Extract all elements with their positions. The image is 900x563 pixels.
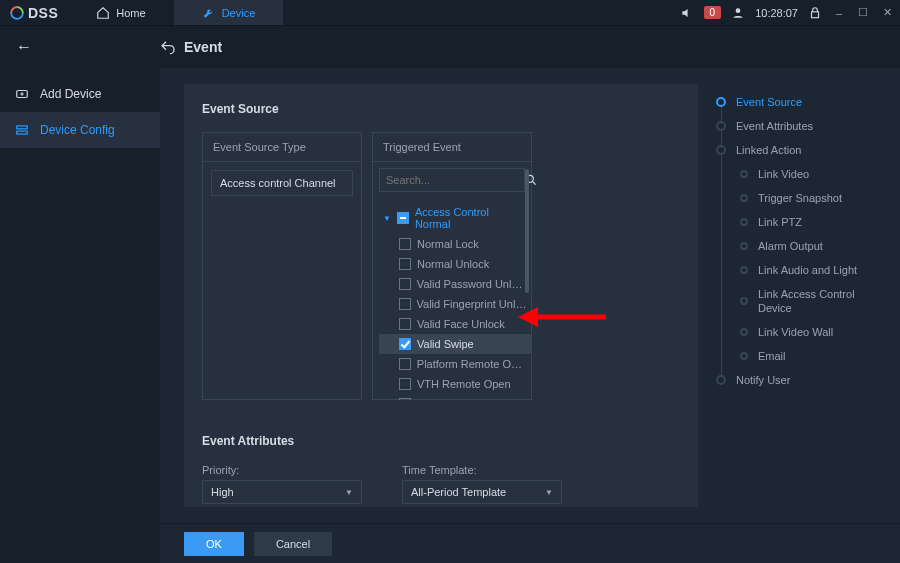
event-item-label: VTS Remote Open	[417, 398, 510, 400]
event-item[interactable]: Valid Swipe	[379, 334, 531, 354]
event-group[interactable]: ▼ Access Control Normal	[379, 202, 531, 234]
event-item-label: Valid Swipe	[417, 338, 474, 350]
anchor-item[interactable]: Link Audio and Light	[716, 258, 876, 282]
anchor-item[interactable]: Event Attributes	[716, 114, 876, 138]
event-scrollbar[interactable]	[525, 169, 529, 395]
main-panel: Event Source Event Source Type Access co…	[184, 84, 698, 507]
close-button[interactable]: ✕	[880, 6, 894, 19]
event-search[interactable]	[379, 168, 525, 192]
undo-icon[interactable]	[160, 39, 176, 55]
content: Event Source Event Source Type Access co…	[160, 68, 900, 563]
tab-device-label: Device	[222, 7, 256, 19]
anchor-item[interactable]: Link PTZ	[716, 210, 876, 234]
anchor-label: Event Attributes	[736, 119, 813, 133]
template-value: All-Period Template	[411, 486, 506, 498]
event-item[interactable]: VTS Remote Open	[379, 394, 531, 400]
priority-select[interactable]: High ▼	[202, 480, 362, 504]
event-item[interactable]: Valid Password Unlock	[379, 274, 531, 294]
back-button[interactable]: ←	[16, 38, 32, 56]
wrench-icon	[202, 6, 216, 20]
lock-icon[interactable]	[808, 6, 822, 20]
event-item-label: Valid Fingerprint Unlock	[417, 298, 527, 310]
event-item-label: VTH Remote Open	[417, 378, 511, 390]
svg-point-1	[736, 8, 741, 13]
alarm-badge[interactable]: 0	[704, 6, 722, 19]
event-item[interactable]: Valid Fingerprint Unlock	[379, 294, 531, 314]
event-checkbox[interactable]	[399, 338, 411, 350]
event-checkbox[interactable]	[399, 238, 411, 250]
event-checkbox[interactable]	[399, 358, 411, 370]
logo-mark-icon	[10, 6, 24, 20]
footer: OK Cancel	[160, 523, 900, 563]
anchor-item[interactable]: Link Video Wall	[716, 320, 876, 344]
event-item[interactable]: Valid Face Unlock	[379, 314, 531, 334]
event-checkbox[interactable]	[399, 258, 411, 270]
device-config-icon	[14, 122, 30, 138]
app-name: DSS	[28, 5, 58, 21]
svg-rect-2	[812, 11, 819, 17]
event-checkbox[interactable]	[399, 298, 411, 310]
anchor-item[interactable]: Notify User	[716, 368, 876, 392]
anchor-label: Link Access Control Device	[758, 287, 876, 315]
event-item[interactable]: Normal Unlock	[379, 254, 531, 274]
anchor-label: Link PTZ	[758, 215, 802, 229]
priority-label: Priority:	[202, 464, 362, 476]
anchor-label: Link Video Wall	[758, 325, 833, 339]
anchor-label: Link Audio and Light	[758, 263, 857, 277]
event-checkbox[interactable]	[399, 378, 411, 390]
app-logo: DSS	[0, 5, 68, 21]
event-item[interactable]: Platform Remote Open	[379, 354, 531, 374]
event-tree: ▼ Access Control Normal Normal LockNorma…	[373, 198, 531, 400]
svg-rect-5	[17, 131, 28, 134]
event-checkbox[interactable]	[399, 318, 411, 330]
anchor-label: Linked Action	[736, 143, 801, 157]
event-item[interactable]: VTH Remote Open	[379, 374, 531, 394]
anchor-item[interactable]: Trigger Snapshot	[716, 186, 876, 210]
anchor-item[interactable]: Link Video	[716, 162, 876, 186]
template-label: Time Template:	[402, 464, 562, 476]
ok-button[interactable]: OK	[184, 532, 244, 556]
page-header: ← Event	[0, 26, 900, 68]
event-source-type-header: Event Source Type	[203, 133, 361, 162]
event-source-type-value[interactable]: Access control Channel	[211, 170, 353, 196]
anchor-label: Email	[758, 349, 786, 363]
sidebar: Add Device Device Config	[0, 68, 160, 563]
user-icon[interactable]	[731, 6, 745, 20]
group-checkbox[interactable]	[397, 212, 409, 224]
anchor-item[interactable]: Linked Action	[716, 138, 876, 162]
anchor-nav: Event SourceEvent AttributesLinked Actio…	[716, 84, 876, 507]
tab-home[interactable]: Home	[68, 0, 173, 25]
anchor-dot-icon	[740, 218, 748, 226]
anchor-label: Notify User	[736, 373, 790, 387]
anchor-dot-icon	[716, 375, 726, 385]
anchor-label: Event Source	[736, 95, 802, 109]
event-search-input[interactable]	[386, 174, 524, 186]
event-item-label: Valid Password Unlock	[417, 278, 527, 290]
event-item-label: Platform Remote Open	[417, 358, 527, 370]
volume-icon[interactable]	[680, 6, 694, 20]
anchor-label: Link Video	[758, 167, 809, 181]
anchor-dot-icon	[740, 194, 748, 202]
tab-home-label: Home	[116, 7, 145, 19]
page-title: Event	[184, 39, 222, 55]
event-item-label: Valid Face Unlock	[417, 318, 505, 330]
cancel-button[interactable]: Cancel	[254, 532, 332, 556]
anchor-item[interactable]: Link Access Control Device	[716, 282, 876, 320]
event-source-heading: Event Source	[202, 102, 680, 116]
tab-device[interactable]: Device	[174, 0, 284, 25]
maximize-button[interactable]: ☐	[856, 6, 870, 19]
minimize-button[interactable]: –	[832, 7, 846, 19]
event-item[interactable]: Normal Lock	[379, 234, 531, 254]
chevron-down-icon: ▼	[345, 488, 353, 497]
triggered-event-header: Triggered Event	[373, 133, 531, 162]
event-checkbox[interactable]	[399, 278, 411, 290]
anchor-label: Alarm Output	[758, 239, 823, 253]
anchor-item[interactable]: Alarm Output	[716, 234, 876, 258]
sidebar-item-label: Device Config	[40, 123, 115, 137]
sidebar-item-device-config[interactable]: Device Config	[0, 112, 160, 148]
event-checkbox[interactable]	[399, 398, 411, 400]
anchor-item[interactable]: Event Source	[716, 90, 876, 114]
template-select[interactable]: All-Period Template ▼	[402, 480, 562, 504]
anchor-item[interactable]: Email	[716, 344, 876, 368]
sidebar-item-add-device[interactable]: Add Device	[0, 76, 160, 112]
